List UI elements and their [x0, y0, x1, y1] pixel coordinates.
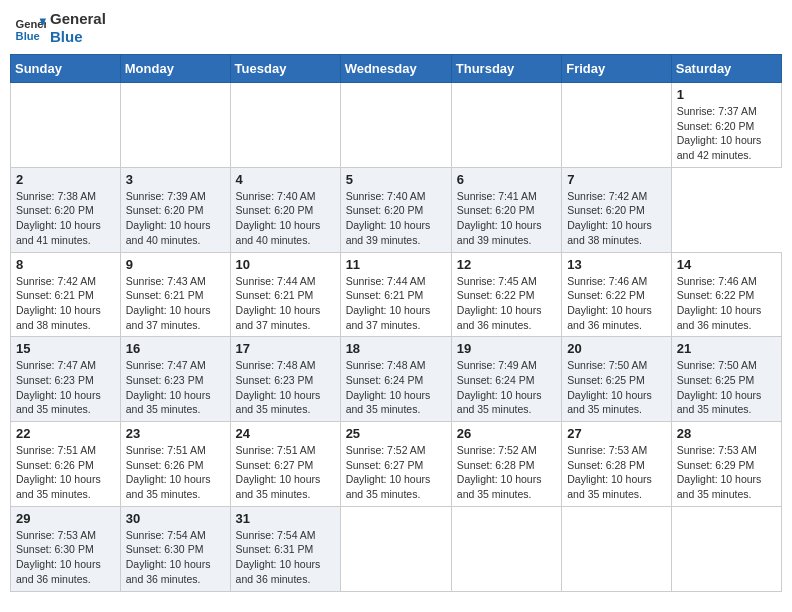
- day-info: Sunrise: 7:51 AM Sunset: 6:27 PM Dayligh…: [236, 443, 335, 502]
- day-info: Sunrise: 7:53 AM Sunset: 6:29 PM Dayligh…: [677, 443, 776, 502]
- calendar-cell: 9 Sunrise: 7:43 AM Sunset: 6:21 PM Dayli…: [120, 252, 230, 337]
- calendar-cell: 13 Sunrise: 7:46 AM Sunset: 6:22 PM Dayl…: [562, 252, 672, 337]
- calendar-cell: 11 Sunrise: 7:44 AM Sunset: 6:21 PM Dayl…: [340, 252, 451, 337]
- page-header: General Blue General Blue: [10, 10, 782, 46]
- calendar-cell: [11, 83, 121, 168]
- day-info: Sunrise: 7:54 AM Sunset: 6:30 PM Dayligh…: [126, 528, 225, 587]
- day-info: Sunrise: 7:40 AM Sunset: 6:20 PM Dayligh…: [346, 189, 446, 248]
- day-info: Sunrise: 7:45 AM Sunset: 6:22 PM Dayligh…: [457, 274, 556, 333]
- calendar-header-row: SundayMondayTuesdayWednesdayThursdayFrid…: [11, 55, 782, 83]
- day-number: 28: [677, 426, 776, 441]
- col-header-sunday: Sunday: [11, 55, 121, 83]
- day-info: Sunrise: 7:46 AM Sunset: 6:22 PM Dayligh…: [567, 274, 666, 333]
- col-header-thursday: Thursday: [451, 55, 561, 83]
- calendar-cell: 7 Sunrise: 7:42 AM Sunset: 6:20 PM Dayli…: [562, 167, 672, 252]
- calendar-cell: 18 Sunrise: 7:48 AM Sunset: 6:24 PM Dayl…: [340, 337, 451, 422]
- col-header-friday: Friday: [562, 55, 672, 83]
- calendar-week-1: 1 Sunrise: 7:37 AM Sunset: 6:20 PM Dayli…: [11, 83, 782, 168]
- day-number: 25: [346, 426, 446, 441]
- svg-text:Blue: Blue: [16, 30, 40, 42]
- calendar-week-2: 2 Sunrise: 7:38 AM Sunset: 6:20 PM Dayli…: [11, 167, 782, 252]
- day-info: Sunrise: 7:40 AM Sunset: 6:20 PM Dayligh…: [236, 189, 335, 248]
- calendar-cell: [340, 83, 451, 168]
- day-number: 18: [346, 341, 446, 356]
- calendar-cell: 30 Sunrise: 7:54 AM Sunset: 6:30 PM Dayl…: [120, 506, 230, 591]
- day-info: Sunrise: 7:46 AM Sunset: 6:22 PM Dayligh…: [677, 274, 776, 333]
- day-info: Sunrise: 7:54 AM Sunset: 6:31 PM Dayligh…: [236, 528, 335, 587]
- col-header-tuesday: Tuesday: [230, 55, 340, 83]
- calendar-cell: 14 Sunrise: 7:46 AM Sunset: 6:22 PM Dayl…: [671, 252, 781, 337]
- day-number: 12: [457, 257, 556, 272]
- day-number: 29: [16, 511, 115, 526]
- calendar-cell: 22 Sunrise: 7:51 AM Sunset: 6:26 PM Dayl…: [11, 422, 121, 507]
- day-number: 23: [126, 426, 225, 441]
- calendar-cell: 4 Sunrise: 7:40 AM Sunset: 6:20 PM Dayli…: [230, 167, 340, 252]
- calendar-cell: [340, 506, 451, 591]
- day-number: 4: [236, 172, 335, 187]
- day-info: Sunrise: 7:39 AM Sunset: 6:20 PM Dayligh…: [126, 189, 225, 248]
- day-info: Sunrise: 7:42 AM Sunset: 6:21 PM Dayligh…: [16, 274, 115, 333]
- day-info: Sunrise: 7:50 AM Sunset: 6:25 PM Dayligh…: [567, 358, 666, 417]
- day-info: Sunrise: 7:44 AM Sunset: 6:21 PM Dayligh…: [236, 274, 335, 333]
- col-header-wednesday: Wednesday: [340, 55, 451, 83]
- day-number: 16: [126, 341, 225, 356]
- calendar-cell: 6 Sunrise: 7:41 AM Sunset: 6:20 PM Dayli…: [451, 167, 561, 252]
- day-info: Sunrise: 7:48 AM Sunset: 6:23 PM Dayligh…: [236, 358, 335, 417]
- day-number: 26: [457, 426, 556, 441]
- calendar-cell: 21 Sunrise: 7:50 AM Sunset: 6:25 PM Dayl…: [671, 337, 781, 422]
- day-info: Sunrise: 7:52 AM Sunset: 6:28 PM Dayligh…: [457, 443, 556, 502]
- calendar-week-4: 15 Sunrise: 7:47 AM Sunset: 6:23 PM Dayl…: [11, 337, 782, 422]
- calendar-cell: 29 Sunrise: 7:53 AM Sunset: 6:30 PM Dayl…: [11, 506, 121, 591]
- calendar-cell: 8 Sunrise: 7:42 AM Sunset: 6:21 PM Dayli…: [11, 252, 121, 337]
- calendar-cell: [562, 506, 672, 591]
- calendar-cell: 3 Sunrise: 7:39 AM Sunset: 6:20 PM Dayli…: [120, 167, 230, 252]
- day-info: Sunrise: 7:53 AM Sunset: 6:28 PM Dayligh…: [567, 443, 666, 502]
- calendar-cell: 15 Sunrise: 7:47 AM Sunset: 6:23 PM Dayl…: [11, 337, 121, 422]
- calendar-cell: 2 Sunrise: 7:38 AM Sunset: 6:20 PM Dayli…: [11, 167, 121, 252]
- calendar-cell: 10 Sunrise: 7:44 AM Sunset: 6:21 PM Dayl…: [230, 252, 340, 337]
- calendar-cell: 23 Sunrise: 7:51 AM Sunset: 6:26 PM Dayl…: [120, 422, 230, 507]
- col-header-monday: Monday: [120, 55, 230, 83]
- day-info: Sunrise: 7:41 AM Sunset: 6:20 PM Dayligh…: [457, 189, 556, 248]
- day-info: Sunrise: 7:51 AM Sunset: 6:26 PM Dayligh…: [126, 443, 225, 502]
- calendar-cell: 25 Sunrise: 7:52 AM Sunset: 6:27 PM Dayl…: [340, 422, 451, 507]
- col-header-saturday: Saturday: [671, 55, 781, 83]
- calendar-cell: 17 Sunrise: 7:48 AM Sunset: 6:23 PM Dayl…: [230, 337, 340, 422]
- day-info: Sunrise: 7:47 AM Sunset: 6:23 PM Dayligh…: [126, 358, 225, 417]
- day-info: Sunrise: 7:52 AM Sunset: 6:27 PM Dayligh…: [346, 443, 446, 502]
- day-number: 6: [457, 172, 556, 187]
- day-info: Sunrise: 7:53 AM Sunset: 6:30 PM Dayligh…: [16, 528, 115, 587]
- day-info: Sunrise: 7:42 AM Sunset: 6:20 PM Dayligh…: [567, 189, 666, 248]
- day-number: 14: [677, 257, 776, 272]
- day-info: Sunrise: 7:49 AM Sunset: 6:24 PM Dayligh…: [457, 358, 556, 417]
- day-info: Sunrise: 7:48 AM Sunset: 6:24 PM Dayligh…: [346, 358, 446, 417]
- calendar-table: SundayMondayTuesdayWednesdayThursdayFrid…: [10, 54, 782, 592]
- logo: General Blue General Blue: [14, 10, 106, 46]
- day-number: 21: [677, 341, 776, 356]
- day-number: 11: [346, 257, 446, 272]
- calendar-cell: [230, 83, 340, 168]
- day-number: 31: [236, 511, 335, 526]
- day-info: Sunrise: 7:37 AM Sunset: 6:20 PM Dayligh…: [677, 104, 776, 163]
- calendar-week-5: 22 Sunrise: 7:51 AM Sunset: 6:26 PM Dayl…: [11, 422, 782, 507]
- day-number: 13: [567, 257, 666, 272]
- calendar-cell: 26 Sunrise: 7:52 AM Sunset: 6:28 PM Dayl…: [451, 422, 561, 507]
- day-info: Sunrise: 7:43 AM Sunset: 6:21 PM Dayligh…: [126, 274, 225, 333]
- day-info: Sunrise: 7:44 AM Sunset: 6:21 PM Dayligh…: [346, 274, 446, 333]
- calendar-cell: 19 Sunrise: 7:49 AM Sunset: 6:24 PM Dayl…: [451, 337, 561, 422]
- day-info: Sunrise: 7:51 AM Sunset: 6:26 PM Dayligh…: [16, 443, 115, 502]
- calendar-cell: [451, 506, 561, 591]
- day-number: 3: [126, 172, 225, 187]
- calendar-week-6: 29 Sunrise: 7:53 AM Sunset: 6:30 PM Dayl…: [11, 506, 782, 591]
- logo-icon: General Blue: [14, 12, 46, 44]
- day-number: 10: [236, 257, 335, 272]
- calendar-cell: 31 Sunrise: 7:54 AM Sunset: 6:31 PM Dayl…: [230, 506, 340, 591]
- day-number: 2: [16, 172, 115, 187]
- day-number: 17: [236, 341, 335, 356]
- day-number: 22: [16, 426, 115, 441]
- calendar-cell: 16 Sunrise: 7:47 AM Sunset: 6:23 PM Dayl…: [120, 337, 230, 422]
- calendar-week-3: 8 Sunrise: 7:42 AM Sunset: 6:21 PM Dayli…: [11, 252, 782, 337]
- day-number: 27: [567, 426, 666, 441]
- calendar-cell: 5 Sunrise: 7:40 AM Sunset: 6:20 PM Dayli…: [340, 167, 451, 252]
- day-number: 5: [346, 172, 446, 187]
